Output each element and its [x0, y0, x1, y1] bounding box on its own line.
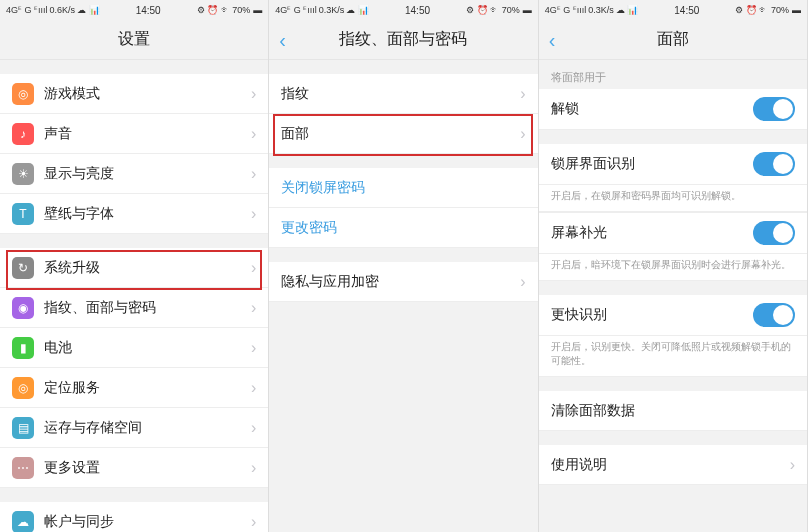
- page-title: 设置: [118, 29, 150, 50]
- page-title: 面部: [657, 29, 689, 50]
- chevron-right-icon: ›: [251, 419, 256, 437]
- section-header: 将面部用于: [539, 60, 807, 89]
- row-storage[interactable]: ▤ 运存与存储空间 ›: [0, 408, 268, 448]
- signal-indicator: 4Gᴱ G ᴱıııl: [545, 5, 587, 15]
- switch-unlock[interactable]: [753, 97, 795, 121]
- settings-screen: 4Gᴱ G ᴱıııl 0.6K/s ☁ 📊 14:50 ⚙ ⏰ ᯤ 70% ▬…: [0, 0, 269, 532]
- header: 设置: [0, 20, 268, 60]
- row-fingerprint-face-password[interactable]: ◉ 指纹、面部与密码 ›: [0, 288, 268, 328]
- cloud-icon: ☁: [12, 511, 34, 533]
- signal-indicator: 4Gᴱ G ᴱıııl: [6, 5, 48, 15]
- chevron-right-icon: ›: [520, 125, 525, 143]
- chevron-right-icon: ›: [790, 456, 795, 474]
- chevron-right-icon: ›: [251, 339, 256, 357]
- status-time: 14:50: [674, 5, 699, 16]
- back-button[interactable]: ‹: [279, 30, 286, 50]
- status-bar: 4Gᴱ G ᴱıııl 0.3K/s ☁ 📊 14:50 ⚙ ⏰ ᯤ 70% ▬: [539, 0, 807, 20]
- status-right: ⚙ ⏰ ᯤ 70%: [197, 5, 251, 15]
- row-usage-instructions[interactable]: 使用说明 ›: [539, 445, 807, 485]
- row-label: 声音: [44, 125, 251, 143]
- row-label: 显示与亮度: [44, 165, 251, 183]
- row-location[interactable]: ◎ 定位服务 ›: [0, 368, 268, 408]
- chevron-right-icon: ›: [251, 459, 256, 477]
- fingerprint-icon: ◉: [12, 297, 34, 319]
- battery-icon: ▬: [792, 5, 801, 15]
- wallpaper-icon: T: [12, 203, 34, 225]
- row-label: 系统升级: [44, 259, 251, 277]
- battery-icon: ▬: [523, 5, 532, 15]
- row-fingerprint[interactable]: 指纹 ›: [269, 74, 537, 114]
- toggle-label: 锁屏界面识别: [551, 155, 753, 173]
- switch-lockscreen[interactable]: [753, 152, 795, 176]
- row-system-update[interactable]: ↻ 系统升级 ›: [0, 248, 268, 288]
- row-clear-face-data[interactable]: 清除面部数据: [539, 391, 807, 431]
- page-title: 指纹、面部与密码: [339, 29, 467, 50]
- row-face[interactable]: 面部 ›: [269, 114, 537, 154]
- status-right: ⚙ ⏰ ᯤ 70%: [735, 5, 789, 15]
- sound-icon: ♪: [12, 123, 34, 145]
- chevron-right-icon: ›: [251, 379, 256, 397]
- update-icon: ↻: [12, 257, 34, 279]
- content-list[interactable]: 指纹 › 面部 › 关闭锁屏密码 更改密码 隐私与应用加密 ›: [269, 60, 537, 532]
- row-wallpaper[interactable]: T 壁纸与字体 ›: [0, 194, 268, 234]
- row-screen-fill-light[interactable]: 屏幕补光: [539, 212, 807, 254]
- hint-text: 开启后，暗环境下在锁屏界面识别时会进行屏幕补光。: [539, 254, 807, 281]
- location-icon: ◎: [12, 377, 34, 399]
- net-speed: 0.6K/s: [50, 5, 76, 15]
- row-game-mode[interactable]: ◎ 游戏模式 ›: [0, 74, 268, 114]
- switch-faster[interactable]: [753, 303, 795, 327]
- row-more-settings[interactable]: ⋯ 更多设置 ›: [0, 448, 268, 488]
- toggle-label: 更快识别: [551, 306, 753, 324]
- row-display[interactable]: ☀ 显示与亮度 ›: [0, 154, 268, 194]
- row-lockscreen-recognition[interactable]: 锁屏界面识别: [539, 144, 807, 185]
- row-label: 指纹: [281, 85, 520, 103]
- game-icon: ◎: [12, 83, 34, 105]
- status-icons: ☁ 📊: [616, 5, 639, 15]
- toggle-label: 屏幕补光: [551, 224, 753, 242]
- row-label: 电池: [44, 339, 251, 357]
- row-label: 游戏模式: [44, 85, 251, 103]
- row-account-sync[interactable]: ☁ 帐户与同步 ›: [0, 502, 268, 532]
- more-icon: ⋯: [12, 457, 34, 479]
- net-speed: 0.3K/s: [588, 5, 614, 15]
- chevron-right-icon: ›: [251, 299, 256, 317]
- row-label: 定位服务: [44, 379, 251, 397]
- chevron-right-icon: ›: [251, 205, 256, 223]
- fingerprint-face-password-screen: 4Gᴱ G ᴱıııl 0.3K/s ☁ 📊 14:50 ⚙ ⏰ ᯤ 70% ▬…: [269, 0, 538, 532]
- settings-list[interactable]: ◎ 游戏模式 › ♪ 声音 › ☀ 显示与亮度 › T 壁纸与字体 › ↻ 系统…: [0, 60, 268, 532]
- row-label: 更改密码: [281, 219, 525, 237]
- row-unlock[interactable]: 解锁: [539, 89, 807, 130]
- chevron-right-icon: ›: [251, 85, 256, 103]
- row-faster-recognition[interactable]: 更快识别: [539, 295, 807, 336]
- row-battery[interactable]: ▮ 电池 ›: [0, 328, 268, 368]
- header: ‹ 指纹、面部与密码: [269, 20, 537, 60]
- battery-icon: ▬: [253, 5, 262, 15]
- hint-text: 开启后，在锁屏和密码界面均可识别解锁。: [539, 185, 807, 212]
- net-speed: 0.3K/s: [319, 5, 345, 15]
- row-label: 帐户与同步: [44, 513, 251, 531]
- switch-fill-light[interactable]: [753, 221, 795, 245]
- row-label: 更多设置: [44, 459, 251, 477]
- row-disable-lock-password[interactable]: 关闭锁屏密码: [269, 168, 537, 208]
- back-button[interactable]: ‹: [549, 30, 556, 50]
- battery-icon: ▮: [12, 337, 34, 359]
- chevron-right-icon: ›: [251, 513, 256, 531]
- signal-indicator: 4Gᴱ G ᴱıııl: [275, 5, 317, 15]
- row-change-password[interactable]: 更改密码: [269, 208, 537, 248]
- chevron-right-icon: ›: [520, 273, 525, 291]
- header: ‹ 面部: [539, 20, 807, 60]
- face-settings-screen: 4Gᴱ G ᴱıııl 0.3K/s ☁ 📊 14:50 ⚙ ⏰ ᯤ 70% ▬…: [539, 0, 808, 532]
- status-time: 14:50: [136, 5, 161, 16]
- row-privacy-app-encryption[interactable]: 隐私与应用加密 ›: [269, 262, 537, 302]
- hint-text: 开启后，识别更快。关闭可降低照片或视频解锁手机的可能性。: [539, 336, 807, 377]
- row-label: 隐私与应用加密: [281, 273, 520, 291]
- status-bar: 4Gᴱ G ᴱıııl 0.3K/s ☁ 📊 14:50 ⚙ ⏰ ᯤ 70% ▬: [269, 0, 537, 20]
- status-right: ⚙ ⏰ ᯤ 70%: [466, 5, 520, 15]
- content-list[interactable]: 将面部用于 解锁 锁屏界面识别 开启后，在锁屏和密码界面均可识别解锁。 屏幕补光…: [539, 60, 807, 532]
- display-icon: ☀: [12, 163, 34, 185]
- row-label: 使用说明: [551, 456, 790, 474]
- chevron-right-icon: ›: [520, 85, 525, 103]
- row-sound[interactable]: ♪ 声音 ›: [0, 114, 268, 154]
- chevron-right-icon: ›: [251, 125, 256, 143]
- row-label: 运存与存储空间: [44, 419, 251, 437]
